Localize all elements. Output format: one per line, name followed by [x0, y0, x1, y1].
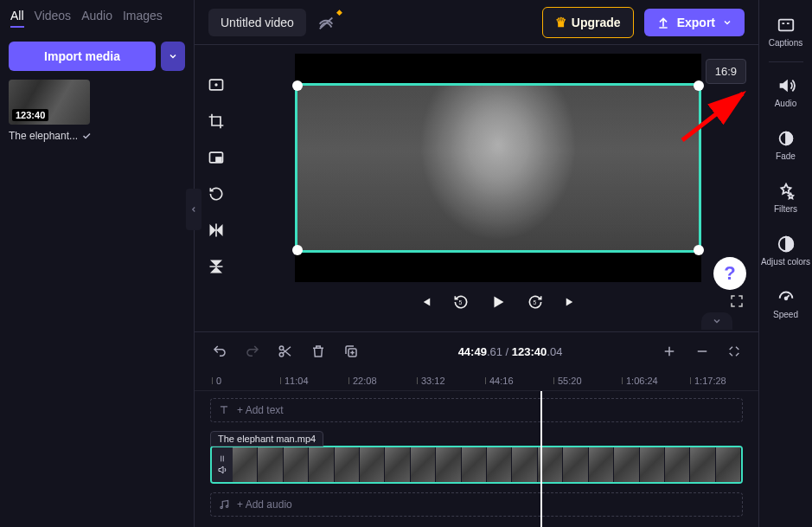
media-panel: All Videos Audio Images Import media 123… [0, 0, 195, 527]
stage: 16:9 5 5 ? [195, 45, 758, 331]
fade-icon [777, 129, 796, 148]
project-title[interactable]: Untitled video [208, 9, 306, 36]
playhead[interactable] [540, 391, 542, 527]
export-button[interactable]: Export [644, 9, 745, 36]
aspect-ratio-selector[interactable]: 16:9 [706, 59, 746, 84]
expand-down-button[interactable] [701, 312, 732, 330]
import-media-dropdown[interactable] [161, 42, 185, 71]
video-frame [297, 86, 699, 250]
skip-start-button[interactable] [418, 294, 433, 310]
tab-videos[interactable]: Videos [35, 9, 72, 28]
ruler-tick: 44:16 [485, 370, 553, 390]
rewind-5s-button[interactable]: 5 [452, 293, 470, 311]
fullscreen-button[interactable] [729, 293, 745, 312]
text-icon [218, 404, 230, 416]
media-duration-badge: 123:40 [12, 109, 48, 121]
question-icon: ? [724, 262, 735, 285]
tab-images[interactable]: Images [123, 9, 163, 28]
collapse-left-panel-button[interactable] [186, 189, 201, 230]
volume-icon [217, 465, 227, 475]
speaker-icon [777, 76, 796, 95]
pip-tool[interactable] [203, 145, 229, 170]
help-button[interactable]: ? [713, 257, 746, 290]
zoom-out-button[interactable] [691, 340, 713, 363]
music-note-icon [218, 498, 230, 511]
timeline-toolbar: 44:49.61 / 123:40.04 [195, 332, 758, 370]
export-label: Export [677, 16, 715, 29]
add-track-button[interactable] [658, 340, 681, 363]
svg-rect-14 [778, 20, 793, 31]
text-track-placeholder[interactable]: + Add text [210, 398, 743, 422]
captions-label: Captions [769, 38, 802, 48]
delete-button[interactable] [307, 340, 329, 363]
visibility-off-icon[interactable]: ◆ [316, 13, 336, 32]
timeline-ruler[interactable]: 0 11:04 22:08 33:12 44:16 55:20 1:06:24 … [195, 370, 758, 391]
upgrade-button[interactable]: ♛ Upgrade [542, 7, 634, 38]
video-frames [233, 447, 741, 482]
video-track-clip[interactable] [210, 446, 743, 484]
redo-button[interactable] [241, 340, 264, 363]
resize-handle-tr[interactable] [694, 80, 704, 91]
crop-tool[interactable] [203, 109, 229, 133]
video-preview[interactable] [295, 54, 701, 282]
undo-button[interactable] [208, 340, 231, 363]
selection-box[interactable] [295, 83, 701, 253]
audio-panel-button[interactable]: Audio [759, 66, 812, 119]
drag-handle-icon [218, 454, 227, 463]
split-button[interactable] [274, 340, 297, 363]
timeline: 44:49.61 / 123:40.04 0 11:04 22:08 33:12… [195, 331, 758, 527]
contrast-icon [777, 235, 796, 254]
ruler-tick: 1:17:28 [690, 370, 758, 390]
topbar: Untitled video ◆ ♛ Upgrade Export [195, 0, 758, 45]
duplicate-button[interactable] [340, 340, 362, 363]
filters-icon [777, 182, 796, 201]
adjust-colors-panel-button[interactable]: Adjust colors [759, 224, 812, 277]
speed-label: Speed [773, 310, 798, 319]
chevron-down-icon [712, 316, 722, 326]
rotate-tool[interactable] [203, 182, 229, 206]
stage-canvas: 16:9 5 5 ? [238, 45, 758, 331]
media-clip-name-row: The elephant... [0, 125, 194, 147]
captions-icon [777, 16, 796, 35]
flip-vertical-tool[interactable] [203, 254, 229, 279]
fade-label: Fade [776, 151, 796, 161]
zoom-fit-button[interactable] [724, 341, 745, 362]
resize-handle-br[interactable] [694, 245, 704, 255]
filters-label: Filters [774, 204, 797, 214]
svg-rect-11 [223, 456, 224, 462]
ruler-tick: 55:20 [553, 370, 622, 390]
svg-rect-4 [216, 157, 221, 161]
audio-track-label: + Add audio [237, 498, 292, 511]
text-track-label: + Add text [237, 404, 284, 416]
crown-icon: ♛ [555, 15, 566, 30]
audio-label: Audio [775, 99, 797, 108]
resize-handle-bl[interactable] [292, 245, 303, 255]
fit-tool[interactable] [203, 73, 229, 97]
speedometer-icon [777, 287, 796, 306]
flip-horizontal-tool[interactable] [203, 218, 229, 242]
svg-point-13 [226, 505, 227, 507]
resize-handle-tl[interactable] [292, 80, 303, 91]
svg-point-12 [221, 506, 222, 508]
video-clip-label: The elephant man.mp4 [210, 431, 323, 447]
import-media-button[interactable]: Import media [9, 42, 156, 71]
ruler-tick: 11:04 [280, 370, 348, 390]
chevron-down-icon [168, 51, 178, 61]
captions-panel-button[interactable]: Captions [759, 5, 812, 58]
fade-panel-button[interactable]: Fade [759, 119, 812, 171]
chevron-left-icon [189, 205, 198, 214]
play-button[interactable] [489, 292, 508, 312]
audio-track-placeholder[interactable]: + Add audio [210, 492, 743, 517]
tab-all[interactable]: All [10, 9, 24, 28]
tab-audio[interactable]: Audio [81, 9, 112, 28]
video-track-controls[interactable] [212, 447, 233, 482]
skip-end-button[interactable] [563, 294, 579, 310]
media-clip-name: The elephant... [9, 130, 78, 142]
media-tabs: All Videos Audio Images [0, 0, 194, 33]
speed-panel-button[interactable]: Speed [759, 277, 812, 330]
filters-panel-button[interactable]: Filters [759, 171, 812, 224]
media-thumbnail[interactable]: 123:40 [9, 80, 90, 125]
center-area: Untitled video ◆ ♛ Upgrade Export [195, 0, 758, 527]
forward-5s-button[interactable]: 5 [527, 293, 544, 311]
upgrade-label: Upgrade [572, 16, 621, 29]
